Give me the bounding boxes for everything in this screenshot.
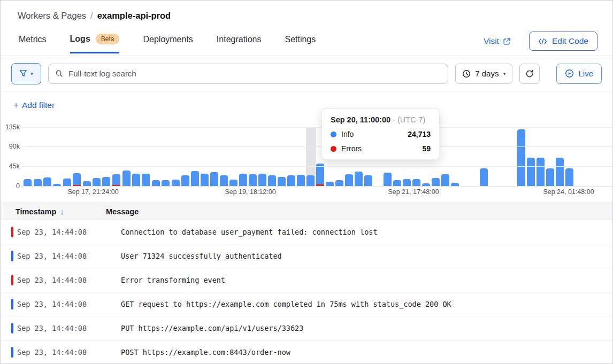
x-axis-tick-label: Sep 24, 01:48:00 (531, 188, 606, 196)
search-input[interactable] (67, 68, 441, 79)
histogram-bar[interactable] (480, 168, 488, 186)
log-row[interactable]: Sep 23, 14:44:08 GET request to https://… (1, 292, 612, 316)
histogram-bar[interactable] (43, 177, 51, 186)
histogram-bar[interactable] (24, 179, 32, 186)
breadcrumb-section[interactable]: Workers & Pages (18, 11, 86, 20)
histogram-bar[interactable] (132, 174, 140, 186)
histogram-bar[interactable] (172, 180, 180, 186)
histogram-bar[interactable] (63, 179, 71, 186)
time-range-button[interactable]: 7 days ▾ (455, 64, 512, 84)
info-segment (517, 129, 525, 186)
add-filter-label: Add filter (22, 100, 55, 110)
histogram-bar[interactable] (268, 175, 276, 186)
info-segment (432, 178, 440, 186)
histogram-bar[interactable] (297, 175, 305, 186)
histogram-bar[interactable] (556, 158, 564, 186)
log-row[interactable]: Sep 23, 14:44:08 POST https://example.co… (1, 340, 612, 364)
histogram-bar[interactable] (403, 179, 411, 186)
info-segment (122, 171, 131, 186)
header-actions: Visit Edit Code (484, 32, 597, 51)
info-segment (181, 175, 189, 186)
gridline (22, 166, 612, 167)
info-segment (210, 172, 218, 186)
histogram-bar[interactable] (201, 174, 209, 186)
tab-label: Settings (285, 35, 316, 44)
tooltip-separator: - (393, 115, 395, 124)
histogram-bar[interactable] (83, 181, 91, 186)
external-link-icon (503, 37, 511, 45)
x-axis-tick-label: Sep 19, 18:12:00 (213, 188, 288, 196)
histogram-bar[interactable] (432, 178, 440, 186)
timestamp-column-header[interactable]: Timestamp ↓ (1, 207, 106, 216)
tab-label: Metrics (19, 35, 47, 44)
series-value: 24,713 (408, 130, 431, 138)
histogram-bar[interactable] (393, 180, 401, 186)
histogram-bar[interactable] (152, 180, 160, 186)
tab-label: Logs (70, 34, 90, 44)
info-segment (412, 179, 420, 186)
histogram-bar[interactable] (191, 171, 199, 186)
histogram-bar[interactable] (287, 175, 295, 186)
info-segment (441, 174, 449, 186)
info-segment (527, 158, 535, 186)
histogram-bar[interactable] (181, 175, 189, 186)
histogram-bar[interactable] (306, 175, 315, 186)
info-segment (24, 179, 32, 186)
info-segment (403, 179, 411, 186)
live-button[interactable]: Live (556, 64, 602, 84)
play-circle-icon (565, 69, 574, 78)
histogram-bar[interactable] (112, 174, 120, 186)
histogram-bar[interactable] (258, 174, 266, 186)
histogram-bar[interactable] (412, 179, 420, 186)
severity-indicator (11, 227, 13, 237)
visit-link[interactable]: Visit (484, 36, 511, 46)
histogram-bar[interactable] (527, 158, 535, 186)
histogram-bar[interactable] (537, 158, 545, 186)
log-row[interactable]: Sep 23, 14:44:08 PUT https://example.com… (1, 316, 612, 340)
histogram-bar[interactable] (355, 172, 363, 186)
log-row[interactable]: Sep 23, 14:44:08 Connection to database … (1, 220, 612, 244)
histogram-bar[interactable] (162, 180, 170, 186)
severity-indicator (11, 299, 13, 309)
histogram-bar[interactable] (249, 174, 257, 186)
add-filter-button[interactable]: + Add filter (13, 91, 55, 119)
tab-metrics[interactable]: Metrics (19, 35, 47, 53)
histogram-bar[interactable] (229, 180, 237, 186)
histogram-bar[interactable] (220, 175, 228, 186)
histogram-bar[interactable] (34, 179, 42, 186)
histogram-bar[interactable] (278, 177, 286, 186)
histogram-bar[interactable] (546, 168, 554, 186)
tab-integrations[interactable]: Integrations (217, 35, 262, 53)
tab-logs[interactable]: LogsBeta (70, 34, 120, 53)
histogram-bar[interactable] (73, 173, 81, 186)
log-row[interactable]: Sep 23, 14:44:08 Error transforming even… (1, 268, 612, 292)
log-timestamp: Sep 23, 14:44:08 (17, 252, 106, 260)
histogram-bar[interactable] (326, 182, 334, 186)
histogram-bar[interactable] (142, 174, 150, 186)
filter-menu-button[interactable]: ▾ (11, 63, 41, 84)
log-row[interactable]: Sep 23, 14:44:08 User 71324 successfully… (1, 244, 612, 268)
histogram-bar[interactable] (93, 178, 101, 186)
tab-settings[interactable]: Settings (285, 35, 316, 53)
histogram-bar[interactable] (364, 175, 372, 186)
histogram-bar[interactable] (239, 174, 247, 186)
histogram-bar[interactable] (122, 171, 131, 186)
histogram-bar[interactable] (102, 177, 110, 186)
tab-deployments[interactable]: Deployments (143, 35, 193, 53)
histogram-bar[interactable] (384, 173, 392, 186)
histogram-bar[interactable] (345, 174, 353, 186)
info-segment (355, 172, 363, 186)
histogram-bar[interactable] (441, 174, 449, 186)
histogram-bar[interactable] (335, 180, 343, 186)
search-icon (55, 69, 63, 78)
refresh-button[interactable] (519, 64, 540, 84)
tooltip-title: Sep 20, 11:00:00 - (UTC-7) (331, 115, 431, 124)
log-timestamp: Sep 23, 14:44:08 (17, 348, 106, 357)
edit-code-button[interactable]: Edit Code (529, 32, 597, 51)
histogram-bar[interactable] (210, 172, 218, 186)
sort-descending-icon[interactable]: ↓ (60, 207, 64, 216)
beta-badge: Beta (96, 34, 120, 44)
histogram-bar[interactable] (565, 168, 573, 186)
histogram-bar[interactable] (517, 129, 525, 186)
info-segment (102, 177, 110, 186)
